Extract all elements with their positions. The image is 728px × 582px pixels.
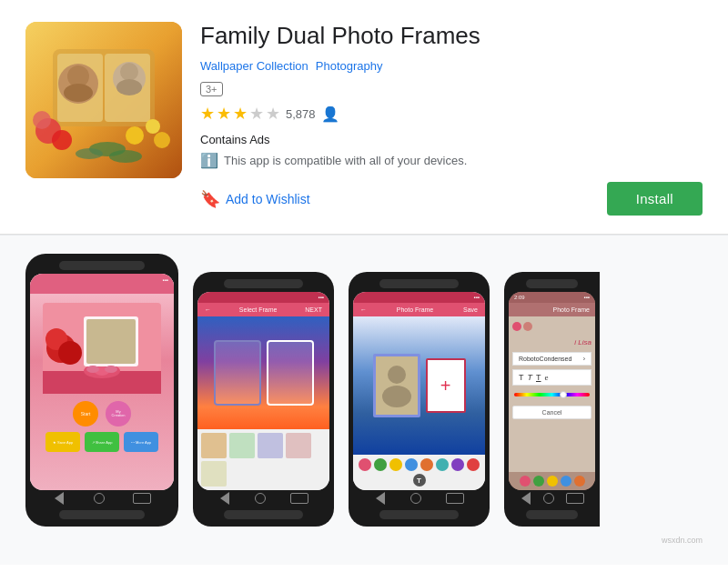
home-nav-2[interactable] [255,493,266,504]
thumb-2[interactable] [229,433,255,458]
back-nav-2[interactable] [220,492,229,505]
screen-2-header: ← Select Frame NEXT [197,303,329,316]
home-nav-1[interactable] [94,493,105,504]
age-badge: 3+ [200,82,223,96]
toolbar-t-icon[interactable]: T [413,474,426,487]
color-dots-row [512,322,592,331]
share-app-btn: ↗ Share App [85,432,119,452]
bottom-dot-1[interactable] [520,476,531,487]
add-frame-box[interactable]: + [426,358,466,413]
phone-top-bar-2 [224,279,303,288]
star-4: ★ [249,104,264,124]
back-nav-3[interactable] [376,492,385,505]
home-nav-3[interactable] [410,493,421,504]
status-text-4: 2:09 [514,295,525,300]
bottom-dot-3[interactable] [547,476,558,487]
font-name-row[interactable]: RobotoCondensed › [512,352,592,366]
font-t-italic[interactable]: T [528,373,533,382]
recent-nav-3[interactable] [446,493,464,504]
screen-1-bottom-buttons: ★ Save App ↗ Share App ⋯ More App [46,432,158,452]
screen-4-bottom-dots [509,472,595,490]
slider-handle[interactable] [560,391,567,398]
svg-point-12 [52,130,72,150]
star-3: ★ [233,104,248,124]
app-info-section: Family Dual Photo Frames Wallpaper Colle… [0,0,728,235]
toolbar-color-1[interactable] [359,458,371,471]
recent-nav-1[interactable] [133,493,151,504]
status-text-1: ▪▪▪ [163,277,168,283]
screen-3-body: + [353,316,485,455]
font-name-label: RobotoCondensed [519,356,571,362]
bottom-dot-4[interactable] [561,476,571,487]
compat-text: This app is compatible with all of your … [224,154,467,167]
thumb-1[interactable] [201,433,227,458]
rating-row: ★ ★ ★ ★ ★ 5,878 👤 [200,104,703,124]
toolbar-color-8[interactable] [467,458,480,471]
bookmark-icon: 🔖 [200,189,220,209]
home-nav-4[interactable] [543,493,554,504]
category-photography[interactable]: Photography [316,59,383,73]
app-details: Family Dual Photo Frames Wallpaper Colle… [200,22,703,216]
toolbar-color-2[interactable] [374,458,387,471]
roses-area [43,303,161,394]
wishlist-label: Add to Wishlist [226,192,310,206]
frame-placeholder [376,355,418,416]
color-slider[interactable] [514,393,590,396]
star-1: ★ [200,104,215,124]
category-wallpaper[interactable]: Wallpaper Collection [200,59,308,73]
plus-icon: + [440,376,451,396]
toolbar-color-6[interactable] [436,458,449,471]
color-active[interactable] [512,322,521,331]
wishlist-row: 🔖 Add to Wishlist Install [200,182,703,216]
frame-with-photo[interactable] [373,354,420,417]
screen-3-toolbar: T [353,455,485,490]
font-t-normal[interactable]: T [519,373,524,382]
back-nav-1[interactable] [55,492,64,505]
screen-3-statusbar: ▪▪▪ [353,292,485,303]
thumb-5[interactable] [201,461,227,487]
screen-1-body: Start MyCreation ★ Save App [30,294,174,457]
svg-point-14 [146,119,160,134]
cancel-button-small[interactable]: Cancel [512,406,592,419]
rating-count: 5,878 [286,107,316,121]
font-t-cursive[interactable]: e [545,373,549,382]
screen-2-back: ← [205,306,211,313]
font-t-underline[interactable]: T [536,373,541,382]
more-app-btn: ⋯ More App [124,432,158,452]
status-text-3: ▪▪▪ [474,295,480,300]
phone-nav-bar-4 [509,490,595,507]
i-lisa-label: i Lisa [512,338,592,346]
recent-nav-4[interactable] [566,493,584,504]
screen-4-content: 2:09 ▪▪▪ Photo Frame [509,292,595,490]
toolbar-color-3[interactable] [389,458,402,471]
back-nav-4[interactable] [521,492,531,505]
phone-screen-3: ▪▪▪ ← Photo Frame Save [353,292,485,490]
wishlist-button[interactable]: 🔖 Add to Wishlist [200,189,310,209]
phone-nav-bar-3 [353,490,485,507]
svg-point-31 [388,366,406,384]
toolbar-color-5[interactable] [420,458,433,471]
phone-nav-bar-2 [197,490,329,507]
thumb-4[interactable] [286,433,311,458]
svg-point-28 [86,366,99,373]
save-app-btn: ★ Save App [46,432,80,452]
phone-bottom-bar-2 [224,510,303,519]
recent-nav-2[interactable] [290,493,308,504]
svg-point-15 [154,132,170,148]
toolbar-color-7[interactable] [451,458,464,471]
color-inactive[interactable] [523,322,532,331]
phone-top-bar-3 [379,279,459,288]
screenshots-section: ▪▪▪ [0,235,728,565]
frame-box-2 [267,340,314,406]
screen-3-save[interactable]: Save [463,306,478,313]
screen-1-content: ▪▪▪ [30,274,174,490]
bottom-dot-5[interactable] [574,476,585,487]
phone-mockup-4: 2:09 ▪▪▪ Photo Frame [504,272,600,527]
toolbar-color-4[interactable] [405,458,418,471]
bottom-dot-2[interactable] [533,476,544,487]
install-button[interactable]: Install [607,182,703,216]
screen-1-buttons: Start MyCreation [73,401,131,426]
thumb-3[interactable] [258,433,283,458]
svg-point-13 [126,126,144,145]
screen-4-body: i Lisa RobotoCondensed › T T T [509,316,595,472]
